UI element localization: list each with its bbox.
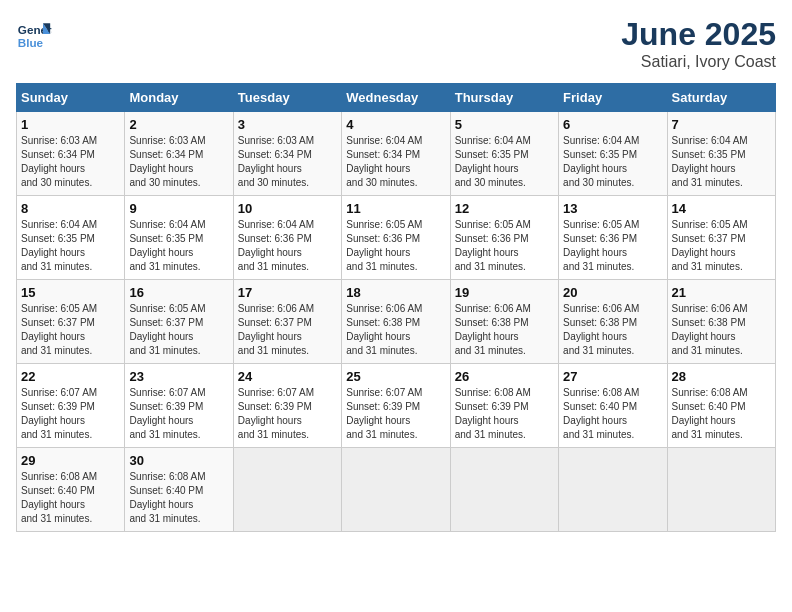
calendar-cell: 20 Sunrise: 6:06 AM Sunset: 6:38 PM Dayl… [559, 280, 667, 364]
day-of-week-wednesday: Wednesday [342, 84, 450, 112]
calendar-cell: 18 Sunrise: 6:06 AM Sunset: 6:38 PM Dayl… [342, 280, 450, 364]
day-number: 21 [672, 285, 771, 300]
day-info: Sunrise: 6:05 AM Sunset: 6:37 PM Dayligh… [672, 218, 771, 274]
day-number: 4 [346, 117, 445, 132]
day-number: 27 [563, 369, 662, 384]
day-number: 12 [455, 201, 554, 216]
day-of-week-monday: Monday [125, 84, 233, 112]
day-number: 3 [238, 117, 337, 132]
day-info: Sunrise: 6:04 AM Sunset: 6:35 PM Dayligh… [563, 134, 662, 190]
calendar-week-5: 29 Sunrise: 6:08 AM Sunset: 6:40 PM Dayl… [17, 448, 776, 532]
day-number: 13 [563, 201, 662, 216]
day-info: Sunrise: 6:04 AM Sunset: 6:34 PM Dayligh… [346, 134, 445, 190]
calendar-cell: 3 Sunrise: 6:03 AM Sunset: 6:34 PM Dayli… [233, 112, 341, 196]
day-info: Sunrise: 6:07 AM Sunset: 6:39 PM Dayligh… [238, 386, 337, 442]
calendar-week-1: 1 Sunrise: 6:03 AM Sunset: 6:34 PM Dayli… [17, 112, 776, 196]
day-number: 9 [129, 201, 228, 216]
day-info: Sunrise: 6:05 AM Sunset: 6:36 PM Dayligh… [346, 218, 445, 274]
calendar-cell: 13 Sunrise: 6:05 AM Sunset: 6:36 PM Dayl… [559, 196, 667, 280]
calendar-cell: 24 Sunrise: 6:07 AM Sunset: 6:39 PM Dayl… [233, 364, 341, 448]
calendar-week-4: 22 Sunrise: 6:07 AM Sunset: 6:39 PM Dayl… [17, 364, 776, 448]
title-area: June 2025 Satiari, Ivory Coast [621, 16, 776, 71]
calendar-cell: 10 Sunrise: 6:04 AM Sunset: 6:36 PM Dayl… [233, 196, 341, 280]
day-info: Sunrise: 6:04 AM Sunset: 6:35 PM Dayligh… [129, 218, 228, 274]
day-info: Sunrise: 6:03 AM Sunset: 6:34 PM Dayligh… [238, 134, 337, 190]
calendar-week-2: 8 Sunrise: 6:04 AM Sunset: 6:35 PM Dayli… [17, 196, 776, 280]
calendar-cell: 25 Sunrise: 6:07 AM Sunset: 6:39 PM Dayl… [342, 364, 450, 448]
calendar-cell: 12 Sunrise: 6:05 AM Sunset: 6:36 PM Dayl… [450, 196, 558, 280]
calendar-cell: 16 Sunrise: 6:05 AM Sunset: 6:37 PM Dayl… [125, 280, 233, 364]
day-number: 8 [21, 201, 120, 216]
day-number: 15 [21, 285, 120, 300]
day-of-week-header: SundayMondayTuesdayWednesdayThursdayFrid… [17, 84, 776, 112]
day-number: 30 [129, 453, 228, 468]
day-number: 25 [346, 369, 445, 384]
calendar-subtitle: Satiari, Ivory Coast [621, 53, 776, 71]
day-of-week-sunday: Sunday [17, 84, 125, 112]
calendar-cell [667, 448, 775, 532]
calendar-body: 1 Sunrise: 6:03 AM Sunset: 6:34 PM Dayli… [17, 112, 776, 532]
day-info: Sunrise: 6:04 AM Sunset: 6:35 PM Dayligh… [21, 218, 120, 274]
day-number: 16 [129, 285, 228, 300]
day-number: 11 [346, 201, 445, 216]
calendar-cell: 5 Sunrise: 6:04 AM Sunset: 6:35 PM Dayli… [450, 112, 558, 196]
logo-icon: General Blue [16, 16, 52, 52]
header: General Blue June 2025 Satiari, Ivory Co… [16, 16, 776, 71]
day-of-week-thursday: Thursday [450, 84, 558, 112]
day-info: Sunrise: 6:05 AM Sunset: 6:37 PM Dayligh… [129, 302, 228, 358]
calendar-cell: 9 Sunrise: 6:04 AM Sunset: 6:35 PM Dayli… [125, 196, 233, 280]
day-of-week-tuesday: Tuesday [233, 84, 341, 112]
day-info: Sunrise: 6:05 AM Sunset: 6:36 PM Dayligh… [563, 218, 662, 274]
svg-text:Blue: Blue [18, 36, 44, 49]
calendar-cell: 26 Sunrise: 6:08 AM Sunset: 6:39 PM Dayl… [450, 364, 558, 448]
calendar-cell [450, 448, 558, 532]
calendar-cell: 1 Sunrise: 6:03 AM Sunset: 6:34 PM Dayli… [17, 112, 125, 196]
day-info: Sunrise: 6:06 AM Sunset: 6:38 PM Dayligh… [346, 302, 445, 358]
day-info: Sunrise: 6:07 AM Sunset: 6:39 PM Dayligh… [129, 386, 228, 442]
day-number: 18 [346, 285, 445, 300]
day-number: 5 [455, 117, 554, 132]
calendar-cell: 17 Sunrise: 6:06 AM Sunset: 6:37 PM Dayl… [233, 280, 341, 364]
day-info: Sunrise: 6:06 AM Sunset: 6:38 PM Dayligh… [672, 302, 771, 358]
day-of-week-saturday: Saturday [667, 84, 775, 112]
day-info: Sunrise: 6:04 AM Sunset: 6:35 PM Dayligh… [455, 134, 554, 190]
calendar-title: June 2025 [621, 16, 776, 53]
day-info: Sunrise: 6:08 AM Sunset: 6:40 PM Dayligh… [563, 386, 662, 442]
day-number: 19 [455, 285, 554, 300]
calendar-cell [233, 448, 341, 532]
day-info: Sunrise: 6:04 AM Sunset: 6:35 PM Dayligh… [672, 134, 771, 190]
day-info: Sunrise: 6:07 AM Sunset: 6:39 PM Dayligh… [346, 386, 445, 442]
calendar-cell: 27 Sunrise: 6:08 AM Sunset: 6:40 PM Dayl… [559, 364, 667, 448]
day-info: Sunrise: 6:04 AM Sunset: 6:36 PM Dayligh… [238, 218, 337, 274]
day-info: Sunrise: 6:08 AM Sunset: 6:40 PM Dayligh… [21, 470, 120, 526]
calendar-week-3: 15 Sunrise: 6:05 AM Sunset: 6:37 PM Dayl… [17, 280, 776, 364]
calendar-cell: 19 Sunrise: 6:06 AM Sunset: 6:38 PM Dayl… [450, 280, 558, 364]
day-number: 22 [21, 369, 120, 384]
day-number: 2 [129, 117, 228, 132]
calendar-cell: 6 Sunrise: 6:04 AM Sunset: 6:35 PM Dayli… [559, 112, 667, 196]
day-number: 26 [455, 369, 554, 384]
calendar-cell: 7 Sunrise: 6:04 AM Sunset: 6:35 PM Dayli… [667, 112, 775, 196]
calendar-cell: 2 Sunrise: 6:03 AM Sunset: 6:34 PM Dayli… [125, 112, 233, 196]
day-info: Sunrise: 6:06 AM Sunset: 6:38 PM Dayligh… [563, 302, 662, 358]
day-info: Sunrise: 6:08 AM Sunset: 6:40 PM Dayligh… [129, 470, 228, 526]
calendar-cell: 22 Sunrise: 6:07 AM Sunset: 6:39 PM Dayl… [17, 364, 125, 448]
day-number: 23 [129, 369, 228, 384]
calendar-cell: 11 Sunrise: 6:05 AM Sunset: 6:36 PM Dayl… [342, 196, 450, 280]
calendar-cell: 15 Sunrise: 6:05 AM Sunset: 6:37 PM Dayl… [17, 280, 125, 364]
day-of-week-friday: Friday [559, 84, 667, 112]
day-number: 1 [21, 117, 120, 132]
day-number: 28 [672, 369, 771, 384]
day-info: Sunrise: 6:03 AM Sunset: 6:34 PM Dayligh… [129, 134, 228, 190]
calendar-cell [342, 448, 450, 532]
calendar-cell: 29 Sunrise: 6:08 AM Sunset: 6:40 PM Dayl… [17, 448, 125, 532]
day-info: Sunrise: 6:07 AM Sunset: 6:39 PM Dayligh… [21, 386, 120, 442]
calendar-cell: 23 Sunrise: 6:07 AM Sunset: 6:39 PM Dayl… [125, 364, 233, 448]
day-info: Sunrise: 6:03 AM Sunset: 6:34 PM Dayligh… [21, 134, 120, 190]
calendar-cell: 28 Sunrise: 6:08 AM Sunset: 6:40 PM Dayl… [667, 364, 775, 448]
day-number: 10 [238, 201, 337, 216]
day-number: 20 [563, 285, 662, 300]
day-info: Sunrise: 6:05 AM Sunset: 6:37 PM Dayligh… [21, 302, 120, 358]
day-number: 29 [21, 453, 120, 468]
day-number: 24 [238, 369, 337, 384]
